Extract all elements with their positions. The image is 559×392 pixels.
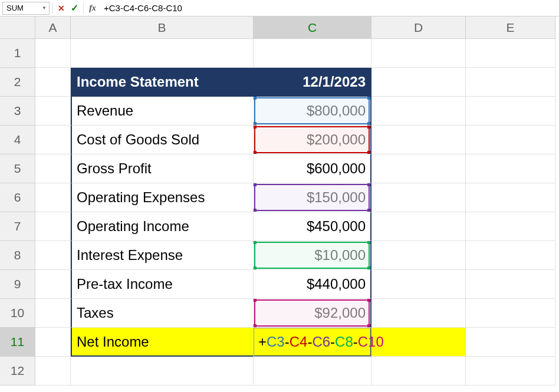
spreadsheet-grid: A B C D E 1 2 Income Statement 12/1/2023… <box>0 17 559 386</box>
cell-C10-value: $92,000 <box>314 305 366 321</box>
cell-E12[interactable] <box>466 357 555 386</box>
cell-E5[interactable] <box>466 154 555 183</box>
cell-C1[interactable] <box>254 39 371 68</box>
cell-A5[interactable] <box>35 154 71 183</box>
formula-bar: SUM ▼ ✕ ✓ fx +C3-C4-C6-C8-C10 <box>0 0 559 17</box>
col-header-A[interactable]: A <box>35 17 71 39</box>
cell-A3[interactable] <box>35 97 71 126</box>
cell-B11[interactable]: Net Income <box>71 328 254 357</box>
row-header-12[interactable]: 12 <box>0 357 35 386</box>
cell-C8[interactable]: $10,000 <box>254 241 371 270</box>
cell-B3[interactable]: Revenue <box>71 97 254 126</box>
table-header-title[interactable]: Income Statement <box>71 68 254 97</box>
divider <box>83 2 84 14</box>
cell-E8[interactable] <box>466 241 555 270</box>
cell-A12[interactable] <box>35 357 71 386</box>
cell-C9[interactable]: $440,000 <box>254 270 371 299</box>
cell-C3-value: $800,000 <box>307 103 366 119</box>
cell-D3[interactable] <box>371 97 466 126</box>
row-header-9[interactable]: 9 <box>0 270 35 299</box>
col-header-C[interactable]: C <box>254 17 371 39</box>
cell-C3[interactable]: $800,000 <box>254 97 371 126</box>
cell-E11[interactable] <box>466 328 555 357</box>
cell-B10[interactable]: Taxes <box>71 299 254 328</box>
cell-D12[interactable] <box>371 357 466 386</box>
cell-D7[interactable] <box>371 212 466 241</box>
cell-C10[interactable]: $92,000 <box>254 299 371 328</box>
cell-B9[interactable]: Pre-tax Income <box>71 270 254 299</box>
cell-B1[interactable] <box>71 39 254 68</box>
row-header-4[interactable]: 4 <box>0 126 35 154</box>
col-header-E[interactable]: E <box>466 17 555 39</box>
row-header-8[interactable]: 8 <box>0 241 35 270</box>
cancel-icon[interactable]: ✕ <box>55 2 68 15</box>
cell-B12[interactable] <box>71 357 254 386</box>
name-box[interactable]: SUM ▼ <box>2 2 50 15</box>
col-header-B[interactable]: B <box>71 17 254 39</box>
name-box-value: SUM <box>6 4 24 12</box>
cell-D9[interactable] <box>371 270 466 299</box>
cell-E7[interactable] <box>466 212 555 241</box>
cell-A4[interactable] <box>35 126 71 154</box>
row-header-7[interactable]: 7 <box>0 212 35 241</box>
cell-E10[interactable] <box>466 299 555 328</box>
cell-D1[interactable] <box>371 39 466 68</box>
row-header-6[interactable]: 6 <box>0 183 35 212</box>
cell-C12[interactable] <box>254 357 371 386</box>
cell-B7[interactable]: Operating Income <box>71 212 254 241</box>
row-header-2[interactable]: 2 <box>0 68 35 97</box>
cell-E1[interactable] <box>466 39 555 68</box>
cell-C4-value: $200,000 <box>307 131 366 148</box>
cell-C4[interactable]: $200,000 <box>254 126 371 154</box>
cell-D8[interactable] <box>371 241 466 270</box>
cell-B8[interactable]: Interest Expense <box>71 241 254 270</box>
row-header-10[interactable]: 10 <box>0 299 35 328</box>
cell-D5[interactable] <box>371 154 466 183</box>
cell-D6[interactable] <box>371 183 466 212</box>
cell-E2[interactable] <box>466 68 555 97</box>
formula-input[interactable]: +C3-C4-C6-C8-C10 <box>99 0 559 16</box>
cell-A6[interactable] <box>35 183 71 212</box>
divider <box>52 2 52 14</box>
cell-C6-value: $150,000 <box>307 189 366 206</box>
cell-C6[interactable]: $150,000 <box>254 183 371 212</box>
cell-A9[interactable] <box>35 270 71 299</box>
cell-A1[interactable] <box>35 39 71 68</box>
cell-E9[interactable] <box>466 270 555 299</box>
cell-A2[interactable] <box>35 68 71 97</box>
col-header-D[interactable]: D <box>371 17 466 39</box>
row-header-11[interactable]: 11 <box>0 328 35 357</box>
cell-B6[interactable]: Operating Expenses <box>71 183 254 212</box>
cell-A11[interactable] <box>35 328 71 357</box>
cell-E3[interactable] <box>466 97 555 126</box>
cell-D11[interactable] <box>371 328 466 357</box>
cell-C11-editing[interactable]: +C3-C4-C6-C8-C10 <box>254 328 371 357</box>
dropdown-icon[interactable]: ▼ <box>42 5 47 11</box>
formula-in-cell: +C3-C4-C6-C8-C10 <box>258 328 384 355</box>
row-header-3[interactable]: 3 <box>0 97 35 126</box>
row-header-5[interactable]: 5 <box>0 154 35 183</box>
cell-A7[interactable] <box>35 212 71 241</box>
fx-icon[interactable]: fx <box>86 2 99 15</box>
cell-A10[interactable] <box>35 299 71 328</box>
enter-icon[interactable]: ✓ <box>68 2 81 15</box>
table-header-date[interactable]: 12/1/2023 <box>254 68 371 97</box>
cell-C5[interactable]: $600,000 <box>254 154 371 183</box>
cell-D10[interactable] <box>371 299 466 328</box>
select-all-corner[interactable] <box>0 17 35 39</box>
cell-A8[interactable] <box>35 241 71 270</box>
cell-C7[interactable]: $450,000 <box>254 212 371 241</box>
cell-E4[interactable] <box>466 126 555 154</box>
row-header-1[interactable]: 1 <box>0 39 35 68</box>
cell-D2[interactable] <box>371 68 466 97</box>
cell-B4[interactable]: Cost of Goods Sold <box>71 126 254 154</box>
cell-C8-value: $10,000 <box>314 247 366 263</box>
cell-D4[interactable] <box>371 126 466 154</box>
cell-B5[interactable]: Gross Profit <box>71 154 254 183</box>
cell-E6[interactable] <box>466 183 555 212</box>
